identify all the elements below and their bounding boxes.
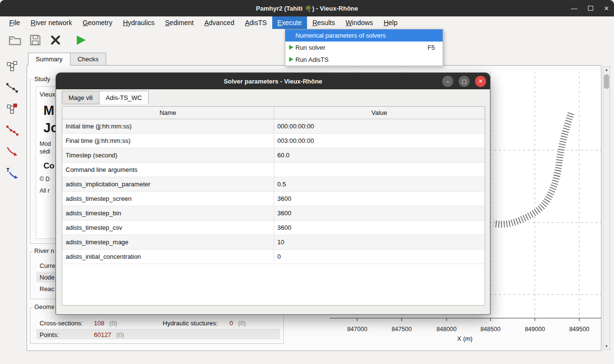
x-tick-label: 848000	[436, 326, 457, 333]
adists-tool-button[interactable]: T	[3, 164, 21, 182]
column-header-name: Name	[62, 107, 274, 119]
table-row: Timestep (second) 60.0	[62, 148, 485, 163]
menu-item-run-solver[interactable]: Run solver F5	[285, 42, 443, 54]
vertical-scrollbar[interactable]: ▲ ▼	[603, 66, 610, 350]
param-value[interactable]: 3600	[274, 221, 485, 235]
river-network-icon	[6, 60, 18, 73]
param-value[interactable]: 10	[274, 235, 485, 249]
app-window: Pamhyr2 (Tahiti 🌴) - Vieux-Rhône — ✕ Fil…	[0, 0, 614, 364]
tab-summary[interactable]: Summary	[28, 53, 70, 66]
cross-sections-label: Cross-sections:	[40, 320, 92, 327]
headline-text-1: M	[43, 103, 55, 118]
menu-windows[interactable]: Windows	[340, 16, 378, 29]
window-title: Pamhyr2 (Tahiti 🌴) - Vieux-Rhône	[256, 5, 358, 12]
x-tick-label: 847000	[347, 326, 367, 333]
x-axis-ticks	[357, 318, 579, 321]
hydraulic-structures-stat: Hydraulic stuctures: 0 (0)	[163, 319, 246, 327]
tab-mage-v8[interactable]: Mage v8	[62, 91, 99, 104]
sections-tool-button[interactable]	[3, 121, 21, 139]
maximize-icon[interactable]	[588, 5, 593, 12]
param-value[interactable]: 0	[274, 250, 485, 264]
close-icon[interactable]: ✕	[604, 5, 609, 12]
table-row: adists_timestep_csv 3600	[62, 221, 485, 235]
param-value[interactable]: 0.5	[274, 177, 485, 191]
menubar: File River network Geometry Hydraulics S…	[0, 16, 614, 29]
run-play-icon	[74, 33, 87, 47]
param-name: adists_initial_concentration	[62, 250, 274, 264]
menu-geometry[interactable]: Geometry	[77, 16, 117, 29]
table-row: adists_timestep_bin 3600	[62, 206, 485, 221]
hydraulic-structures-label: Hydraulic stuctures:	[163, 320, 227, 327]
param-value[interactable]: 3600	[274, 192, 485, 206]
param-name: Command line arguments	[62, 163, 274, 177]
description-text-2: sédi	[40, 148, 50, 155]
profile-tool-button[interactable]	[3, 79, 21, 97]
delete-x-icon	[49, 34, 62, 46]
param-name: adists_timestep_bin	[62, 206, 274, 220]
run-solver-button[interactable]	[72, 31, 89, 49]
points-stat: Points: 60127 (0)	[40, 330, 124, 339]
main-tabs: Summary Checks	[28, 53, 106, 66]
cross-sections-stat: Cross-sections: 108 (0)	[40, 319, 117, 327]
cross-sections-value: 108	[94, 320, 104, 327]
menu-results[interactable]: Results	[307, 16, 340, 29]
subhead-text: Co	[43, 161, 55, 171]
study-name-text: Vieux	[40, 91, 55, 98]
x-tick-label: 849000	[525, 326, 545, 333]
param-value[interactable]: 000:00:00:00	[274, 119, 485, 133]
tab-adis-ts-wc[interactable]: Adis-TS_WC	[99, 91, 149, 104]
tab-checks[interactable]: Checks	[70, 53, 106, 66]
dialog-minimize-icon[interactable]: –	[442, 76, 453, 87]
scroll-up-icon[interactable]: ▲	[603, 68, 610, 72]
param-name: Final time (jj:hh:mm:ss)	[62, 134, 274, 148]
execute-dropdown-menu: Numerical parameters of solvers Run solv…	[285, 29, 443, 66]
dialog-maximize-icon[interactable]: ▢	[459, 76, 470, 87]
menu-advanced[interactable]: Advanced	[199, 16, 239, 29]
polyline-red-points-icon	[6, 124, 18, 137]
points-value: 60127	[94, 331, 111, 338]
menu-file[interactable]: File	[4, 16, 26, 29]
longitudinal-profile-icon	[6, 82, 18, 94]
x-axis-title: X (m)	[457, 335, 473, 342]
points-label: Points:	[40, 331, 92, 338]
points-note: (0)	[116, 331, 124, 338]
red-curve-arrow-icon	[6, 145, 18, 158]
table-row: adists_timestep_mage 10	[62, 235, 485, 250]
scrollbar-thumb[interactable]	[604, 74, 609, 89]
reach-tool-button[interactable]	[3, 100, 21, 118]
scroll-down-icon[interactable]: ▼	[603, 344, 610, 349]
cross-sections-note: (0)	[110, 320, 117, 327]
menu-item-run-adists[interactable]: Run AdisTS	[285, 54, 443, 66]
open-button[interactable]	[7, 31, 23, 49]
dialog-window-controls: – ▢ ✕	[442, 76, 486, 87]
geometry-group-label: Geome	[33, 303, 54, 310]
save-button[interactable]	[27, 31, 43, 49]
menu-help[interactable]: Help	[378, 16, 403, 29]
minimize-icon[interactable]: —	[571, 5, 577, 12]
param-name: adists_implicitation_parameter	[62, 177, 274, 191]
hydraulic-structures-note: (0)	[238, 320, 246, 327]
menu-execute[interactable]: Execute	[272, 16, 307, 29]
close-study-button[interactable]	[47, 31, 64, 49]
hydrograph-tool-button[interactable]	[3, 142, 21, 160]
dialog-close-icon[interactable]: ✕	[475, 76, 486, 87]
titlebar[interactable]: Pamhyr2 (Tahiti 🌴) - Vieux-Rhône — ✕	[0, 0, 614, 16]
param-value[interactable]	[274, 163, 485, 177]
menu-river-network[interactable]: River network	[26, 16, 78, 29]
menu-sediment[interactable]: Sediment	[160, 16, 199, 29]
param-name: adists_timestep_csv	[62, 221, 274, 235]
param-value[interactable]: 3600	[274, 206, 485, 220]
svg-text:T: T	[6, 167, 10, 172]
menu-item-numerical-parameters[interactable]: Numerical parameters of solvers	[285, 29, 443, 42]
hydraulic-structures-value: 0	[229, 320, 233, 327]
menu-adists[interactable]: AdisTS	[239, 16, 272, 29]
menu-item-label: Run solver	[295, 44, 325, 51]
side-toolbar: T	[1, 57, 23, 182]
param-value[interactable]: 003:00:00:00	[274, 134, 485, 148]
network-tool-button[interactable]	[3, 57, 21, 75]
param-value[interactable]: 60.0	[274, 148, 485, 162]
play-icon	[288, 44, 294, 50]
study-group-label: Study	[33, 75, 52, 83]
menu-hydraulics[interactable]: Hydraulics	[118, 16, 160, 29]
dialog-titlebar[interactable]: Solver parameters - Vieux-Rhône – ▢ ✕	[56, 73, 490, 89]
